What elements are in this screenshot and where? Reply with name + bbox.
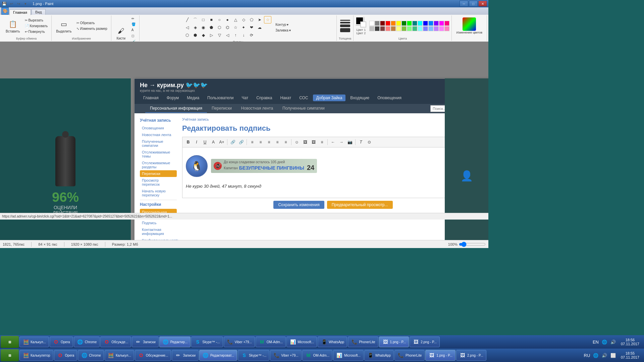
nav-home[interactable]: Главная [140,95,162,101]
format-bold[interactable]: B [184,138,192,146]
pencil-button[interactable]: ✏ [130,16,137,21]
shape-ellipse[interactable]: ○ [216,16,223,23]
color-pink[interactable] [444,21,449,26]
shape-10[interactable]: ❤ [248,24,255,31]
shape-pentagon[interactable]: ⬠ [248,16,255,23]
sidebar-item-view-messages[interactable]: Просмотр переписок [140,177,177,188]
preview-button[interactable]: Предварительный просмотр... [327,201,393,209]
taskbar2-whatsapp[interactable]: 📱 WhatsApp [318,337,347,347]
nav-chat[interactable]: Чат [238,95,252,101]
taskbar2-paint2[interactable]: 🖼 2.png - P... [410,337,440,347]
sidebar-item-tracked-sections[interactable]: Отслеживаемые разделы [140,160,177,170]
format-indent[interactable]: ≡ [318,138,326,146]
qa-undo[interactable]: ↩ [8,1,14,7]
color-lightyellow[interactable] [396,26,401,31]
insert-image[interactable]: 🖼 [302,138,309,146]
color-salmon[interactable] [385,26,390,31]
taskbar-edit[interactable]: 🌐 Редактироват... [199,350,237,361]
format-italic[interactable]: I [193,138,200,146]
tray-network[interactable]: 🌐 [592,350,599,361]
sidebar-item-news[interactable]: Новостная лента [140,131,177,138]
align-justify[interactable]: ≡ [274,138,281,146]
color-lightgreen[interactable] [407,26,412,31]
copy-button[interactable]: 📄 Копировать [23,23,49,28]
color-periwinkle[interactable] [423,26,428,31]
shape-3[interactable]: ◈ [192,24,199,31]
taskbar2-opera[interactable]: O Opera [50,337,73,347]
color-cornflower[interactable] [428,26,433,31]
tab-home[interactable]: Главная [9,9,31,15]
tray-lang[interactable]: RU [583,350,591,361]
nav-help[interactable]: Справка [253,95,275,101]
sidebar-item-messages[interactable]: Переписки [140,170,177,177]
color-lightcyan[interactable] [418,26,423,31]
shape-16[interactable]: ▽ [216,32,223,39]
shape-diamond[interactable]: ◇ [240,16,247,23]
format-color[interactable]: A [210,138,217,146]
undo[interactable]: ← [329,138,337,146]
color-seagreen[interactable] [412,26,417,31]
subnav-personal-info[interactable]: Персональная информация [145,104,207,113]
taskbar2-edit[interactable]: 🌐 Редактир... [159,337,191,347]
taskbar2-notes[interactable]: ✏ Записки [132,337,159,347]
maximize-button[interactable]: □ [469,1,478,7]
shape-18[interactable]: ↑ [232,32,239,39]
color-cyan[interactable] [418,21,423,26]
color-brown[interactable] [380,26,385,31]
color-teal[interactable] [412,21,417,26]
redo[interactable]: → [338,138,345,146]
taskbar2-excel[interactable]: 📊 Microsoft... [286,337,317,347]
fill-dropdown[interactable]: ▾ [289,28,291,32]
close-button[interactable]: ✕ [478,1,487,7]
shape-12[interactable]: ⬡ [183,32,191,39]
qa-redo[interactable]: ↪ [15,1,21,7]
brushes-button[interactable]: 🖌 Кисти [113,25,129,41]
eraser-button[interactable]: ◻ [130,33,137,38]
color-rose[interactable] [444,26,449,31]
clock-area[interactable]: 18:55 07.11.2017 [618,351,642,360]
color-tan[interactable] [391,26,396,31]
color-white[interactable] [369,21,374,26]
qa-save[interactable]: 💾 [1,1,7,7]
contour-button[interactable]: Контур ▾ [274,22,292,27]
align-center[interactable]: ≡ [265,138,273,146]
nav-good-bunny[interactable]: Добрая Зайка [313,95,346,101]
color-lightblue[interactable] [428,21,433,26]
shape-curve[interactable]: ⌒ [192,16,199,23]
shape-15[interactable]: ▷ [208,32,215,39]
insert-media[interactable]: 🖼 [310,138,317,146]
crop-button[interactable]: ✂ Обрезать [75,20,109,25]
taskbar-opera[interactable]: O Opera [54,350,77,361]
contour-dropdown[interactable]: ▾ [287,23,288,26]
color-lime[interactable] [407,21,412,26]
nav-forum[interactable]: Форум [163,95,182,101]
t2-tray-volume[interactable]: 🔊 [609,337,617,347]
list-unordered[interactable]: ≡ [282,138,289,146]
t2-tray-network[interactable]: 🌐 [601,337,608,347]
color-silver[interactable] [369,26,374,31]
color-darkgray[interactable] [375,26,380,31]
taskbar-notes[interactable]: ✏ Записки [172,350,199,361]
taskbar2-calc[interactable]: 🧮 Калькул... [19,337,49,347]
format-size[interactable]: A+ [218,138,225,146]
thickness-3[interactable] [340,24,350,27]
select-button[interactable]: ▭ Выделить [54,18,74,34]
shape-11[interactable]: ☁ [256,24,263,31]
nav-nakat[interactable]: Накат [277,95,294,101]
shape-7[interactable]: ⌬ [224,24,231,31]
shape-14[interactable]: ◆ [200,32,207,39]
taskbar2-om[interactable]: M OM-Adm... [256,337,286,347]
fill-button[interactable]: 🪣 [130,22,137,27]
taskbar-paint2[interactable]: 🖼 2.png - P... [456,350,486,361]
taskbar-viber[interactable]: 📞 Viber +79... [270,350,301,361]
sidebar-item-notifications[interactable]: Оповещения [140,125,177,131]
text-button[interactable]: A [130,27,137,33]
shape-19[interactable]: ↓ [240,32,247,39]
shape-13[interactable]: ⬢ [192,32,199,39]
shape-2[interactable]: ◁ [183,24,191,31]
color-lightgreen2[interactable] [401,26,407,31]
taskbar-skype[interactable]: S Skype™ -... [238,350,269,361]
source-view[interactable]: ⊙ [366,138,373,146]
text-style[interactable]: T [357,138,365,146]
insert-emoji[interactable]: ☺ [293,138,301,146]
